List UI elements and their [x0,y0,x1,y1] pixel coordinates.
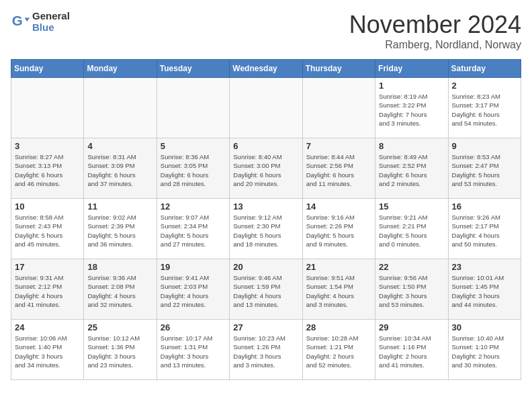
week-row-5: 24Sunrise: 10:06 AM Sunset: 1:40 PM Dayl… [11,320,521,380]
day-number: 29 [379,322,444,332]
day-info: Sunrise: 9:07 AM Sunset: 2:34 PM Dayligh… [161,213,226,248]
week-row-4: 17Sunrise: 9:31 AM Sunset: 2:12 PM Dayli… [11,259,521,320]
day-number: 4 [87,141,152,151]
week-row-3: 10Sunrise: 8:58 AM Sunset: 2:43 PM Dayli… [11,199,521,259]
day-info: Sunrise: 9:26 AM Sunset: 2:17 PM Dayligh… [452,213,517,248]
calendar-cell: 16Sunrise: 9:26 AM Sunset: 2:17 PM Dayli… [448,199,521,259]
day-number: 6 [233,141,298,151]
calendar-cell: 19Sunrise: 9:41 AM Sunset: 2:03 PM Dayli… [157,259,229,320]
day-info: Sunrise: 8:31 AM Sunset: 3:09 PM Dayligh… [87,152,152,188]
calendar-cell: 1Sunrise: 8:19 AM Sunset: 3:22 PM Daylig… [375,78,448,138]
day-info: Sunrise: 10:06 AM Sunset: 1:40 PM Daylig… [15,334,80,369]
day-number: 25 [87,322,152,332]
calendar-cell: 9Sunrise: 8:53 AM Sunset: 2:47 PM Daylig… [448,138,521,199]
calendar-cell: 21Sunrise: 9:51 AM Sunset: 1:54 PM Dayli… [302,259,375,320]
day-info: Sunrise: 9:56 AM Sunset: 1:50 PM Dayligh… [379,273,444,309]
calendar-cell: 15Sunrise: 9:21 AM Sunset: 2:21 PM Dayli… [375,199,448,259]
calendar-cell: 12Sunrise: 9:07 AM Sunset: 2:34 PM Dayli… [157,199,229,259]
day-info: Sunrise: 8:44 AM Sunset: 2:56 PM Dayligh… [306,152,371,188]
calendar-cell: 25Sunrise: 10:12 AM Sunset: 1:36 PM Dayl… [84,320,157,380]
day-number: 9 [452,141,517,151]
calendar-cell [84,78,157,138]
weekday-header-saturday: Saturday [448,60,521,78]
day-info: Sunrise: 8:40 AM Sunset: 3:00 PM Dayligh… [233,152,298,188]
day-info: Sunrise: 10:23 AM Sunset: 1:26 PM Daylig… [233,334,298,369]
day-info: Sunrise: 10:01 AM Sunset: 1:45 PM Daylig… [452,273,517,309]
calendar-cell: 10Sunrise: 8:58 AM Sunset: 2:43 PM Dayli… [11,199,84,259]
month-title: November 2024 [349,11,521,39]
day-number: 2 [452,81,517,91]
week-row-1: 1Sunrise: 8:19 AM Sunset: 3:22 PM Daylig… [11,78,521,138]
calendar-cell: 8Sunrise: 8:49 AM Sunset: 2:52 PM Daylig… [375,138,448,199]
day-info: Sunrise: 8:49 AM Sunset: 2:52 PM Dayligh… [379,152,444,188]
calendar-cell [11,78,84,138]
day-info: Sunrise: 9:02 AM Sunset: 2:39 PM Dayligh… [87,213,152,248]
day-info: Sunrise: 8:27 AM Sunset: 3:13 PM Dayligh… [15,152,80,188]
day-number: 3 [15,141,80,151]
logo: G General Blue [11,11,70,33]
day-info: Sunrise: 8:58 AM Sunset: 2:43 PM Dayligh… [15,213,80,248]
calendar-cell [157,78,229,138]
day-info: Sunrise: 10:28 AM Sunset: 1:21 PM Daylig… [306,334,371,369]
day-number: 8 [379,141,444,151]
day-number: 26 [161,322,226,332]
day-info: Sunrise: 10:40 AM Sunset: 1:10 PM Daylig… [452,334,517,369]
day-number: 16 [452,201,517,212]
day-info: Sunrise: 8:19 AM Sunset: 3:22 PM Dayligh… [379,92,444,128]
day-number: 22 [379,262,444,272]
title-block: November 2024 Ramberg, Nordland, Norway [349,11,521,51]
day-number: 18 [87,262,152,272]
weekday-header-monday: Monday [84,60,157,78]
logo-text: General Blue [32,11,70,33]
calendar-cell: 30Sunrise: 10:40 AM Sunset: 1:10 PM Dayl… [448,320,521,380]
day-info: Sunrise: 8:23 AM Sunset: 3:17 PM Dayligh… [452,92,517,128]
calendar-cell: 22Sunrise: 9:56 AM Sunset: 1:50 PM Dayli… [375,259,448,320]
svg-text:G: G [12,13,23,28]
day-info: Sunrise: 9:51 AM Sunset: 1:54 PM Dayligh… [306,273,371,309]
day-number: 1 [379,81,444,91]
day-info: Sunrise: 9:41 AM Sunset: 2:03 PM Dayligh… [161,273,226,309]
calendar-cell: 23Sunrise: 10:01 AM Sunset: 1:45 PM Dayl… [448,259,521,320]
day-info: Sunrise: 10:12 AM Sunset: 1:36 PM Daylig… [87,334,152,369]
day-number: 10 [15,201,80,212]
calendar-cell: 29Sunrise: 10:34 AM Sunset: 1:16 PM Dayl… [375,320,448,380]
day-info: Sunrise: 9:21 AM Sunset: 2:21 PM Dayligh… [379,213,444,248]
calendar-cell: 20Sunrise: 9:46 AM Sunset: 1:59 PM Dayli… [230,259,302,320]
location-subtitle: Ramberg, Nordland, Norway [349,39,521,51]
calendar-cell [302,78,375,138]
day-info: Sunrise: 10:17 AM Sunset: 1:31 PM Daylig… [161,334,226,369]
calendar-cell: 27Sunrise: 10:23 AM Sunset: 1:26 PM Dayl… [230,320,302,380]
weekday-header-tuesday: Tuesday [157,60,229,78]
day-number: 19 [161,262,226,272]
day-number: 27 [233,322,298,332]
weekday-header-thursday: Thursday [302,60,375,78]
calendar-cell [230,78,302,138]
calendar-cell: 24Sunrise: 10:06 AM Sunset: 1:40 PM Dayl… [11,320,84,380]
day-number: 20 [233,262,298,272]
day-number: 15 [379,201,444,212]
page-header: G General Blue November 2024 Ramberg, No… [11,11,521,51]
day-info: Sunrise: 9:12 AM Sunset: 2:30 PM Dayligh… [233,213,298,248]
day-number: 17 [15,262,80,272]
week-row-2: 3Sunrise: 8:27 AM Sunset: 3:13 PM Daylig… [11,138,521,199]
day-number: 7 [306,141,371,151]
day-number: 23 [452,262,517,272]
weekday-header-wednesday: Wednesday [230,60,302,78]
day-number: 11 [87,201,152,212]
day-number: 13 [233,201,298,212]
calendar-cell: 28Sunrise: 10:28 AM Sunset: 1:21 PM Dayl… [302,320,375,380]
day-number: 28 [306,322,371,332]
day-number: 21 [306,262,371,272]
calendar-cell: 18Sunrise: 9:36 AM Sunset: 2:08 PM Dayli… [84,259,157,320]
day-info: Sunrise: 10:34 AM Sunset: 1:16 PM Daylig… [379,334,444,369]
day-number: 12 [161,201,226,212]
calendar-cell: 14Sunrise: 9:16 AM Sunset: 2:26 PM Dayli… [302,199,375,259]
calendar-table: SundayMondayTuesdayWednesdayThursdayFrid… [11,59,521,380]
day-info: Sunrise: 9:16 AM Sunset: 2:26 PM Dayligh… [306,213,371,248]
logo-icon: G [11,13,30,32]
svg-marker-1 [25,17,30,21]
day-info: Sunrise: 9:46 AM Sunset: 1:59 PM Dayligh… [233,273,298,309]
day-info: Sunrise: 8:36 AM Sunset: 3:05 PM Dayligh… [161,152,226,188]
calendar-cell: 11Sunrise: 9:02 AM Sunset: 2:39 PM Dayli… [84,199,157,259]
day-info: Sunrise: 9:36 AM Sunset: 2:08 PM Dayligh… [87,273,152,309]
